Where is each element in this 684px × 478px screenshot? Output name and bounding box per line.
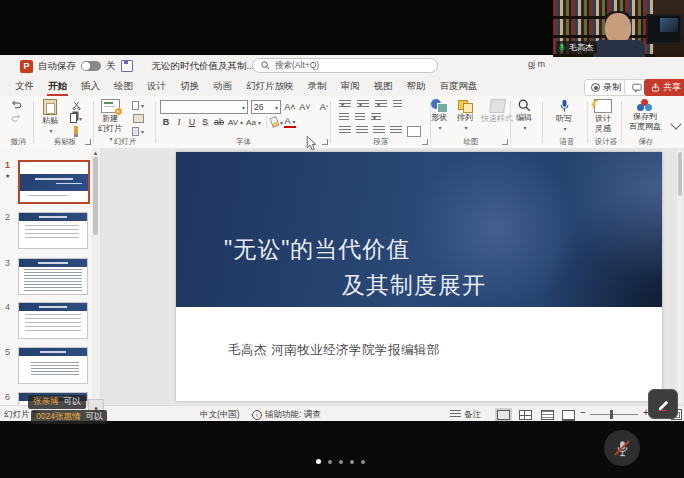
notes-button[interactable]: 备注 [464, 409, 481, 421]
slide-thumbnail-3[interactable] [18, 258, 88, 295]
tab-home[interactable]: 开始 [41, 77, 74, 96]
slide-title-line2[interactable]: 及其制度展开 [342, 270, 486, 301]
tab-help[interactable]: 帮助 [400, 77, 433, 96]
indent-decrease-icon[interactable] [339, 113, 349, 122]
arrange-button[interactable]: 排列 [457, 99, 473, 132]
clear-formatting-button[interactable]: A° [318, 101, 330, 113]
columns-icon[interactable] [407, 126, 421, 137]
italic-button[interactable]: I [173, 116, 185, 128]
text-shadow-button[interactable]: S [199, 116, 211, 128]
design-ideas-button[interactable]: 设计 灵感 [594, 99, 612, 133]
slide-thumbnail-5[interactable] [18, 347, 88, 384]
align-right-icon[interactable] [373, 126, 385, 135]
thumbnail-row-3[interactable]: 3 [0, 256, 100, 296]
tab-review[interactable]: 审阅 [334, 77, 367, 96]
multilevel-list-icon[interactable] [375, 100, 387, 109]
align-center-icon[interactable] [356, 126, 368, 135]
thumbnail-scrollbar[interactable] [92, 148, 99, 405]
character-spacing-button[interactable]: AV [227, 116, 244, 128]
font-size-select[interactable]: 26 [251, 100, 281, 114]
format-painter-button[interactable] [70, 126, 82, 136]
collapse-ribbon-icon[interactable] [670, 118, 681, 129]
slide-scrollbar[interactable] [677, 150, 683, 402]
slide-thumbnail-2[interactable] [18, 212, 88, 249]
share-button[interactable]: 共享 [644, 79, 684, 96]
clipboard-dialog-launcher[interactable] [85, 139, 91, 145]
thumbnail-row-5[interactable]: 5 [0, 345, 100, 385]
grow-font-button[interactable]: A˄ [284, 101, 296, 113]
accessibility-status[interactable]: 辅助功能: 调查 [265, 409, 321, 421]
tab-insert[interactable]: 插入 [74, 77, 107, 96]
redo-button[interactable] [10, 113, 22, 123]
page-dot-1[interactable] [316, 459, 321, 464]
slide-author[interactable]: 毛高杰 河南牧业经济学院学报编辑部 [228, 342, 440, 359]
tab-baidu-netdisk[interactable]: 百度网盘 [433, 77, 485, 96]
zoom-slider-thumb[interactable] [610, 410, 613, 419]
numbering-icon[interactable] [357, 100, 369, 109]
highlight-color-button[interactable] [271, 116, 283, 128]
layout-button[interactable] [132, 100, 144, 110]
zoom-slider-track[interactable] [590, 414, 638, 415]
thumbnail-row-1[interactable]: 1 [0, 158, 100, 204]
font-name-select[interactable] [160, 100, 248, 114]
editing-button[interactable]: 编辑 [516, 99, 532, 132]
webcam-tile[interactable]: 毛高杰 [553, 0, 684, 57]
slide-canvas[interactable]: "无讼"的当代价值 及其制度展开 毛高杰 河南牧业经济学院学报编辑部 [176, 152, 662, 401]
shapes-button[interactable]: 形状 [431, 99, 447, 132]
paragraph-dialog-launcher[interactable] [422, 139, 428, 145]
bullets-icon[interactable] [339, 100, 351, 109]
page-dot-2[interactable] [328, 460, 332, 464]
annotation-pen-button[interactable] [648, 389, 678, 419]
page-dot-4[interactable] [350, 460, 354, 464]
scroll-up-icon[interactable] [92, 149, 99, 156]
thumbnail-row-4[interactable]: 4 [0, 300, 100, 340]
section-button[interactable] [132, 126, 144, 136]
record-button[interactable]: 录制 [584, 79, 628, 96]
tab-animations[interactable]: 动画 [206, 77, 239, 96]
reset-slide-button[interactable] [132, 113, 144, 123]
tab-design[interactable]: 设计 [140, 77, 173, 96]
indent-increase-icon[interactable] [355, 113, 365, 122]
tab-record[interactable]: 录制 [301, 77, 334, 96]
autosave-toggle[interactable] [81, 61, 101, 71]
page-dot-5[interactable] [361, 460, 365, 464]
tab-file[interactable]: 文件 [8, 77, 41, 96]
slide-scrollbar-thumb[interactable] [678, 152, 682, 196]
account-name[interactable]: gj m [528, 59, 545, 69]
slide-thumbnail-1[interactable] [18, 160, 90, 204]
search-box[interactable]: 搜索(Alt+Q) [252, 58, 438, 73]
tab-transitions[interactable]: 切换 [173, 77, 206, 96]
save-to-baidu-button[interactable]: 保存到 百度网盘 [629, 99, 661, 131]
document-title[interactable]: 无讼的时代价值及其制... [152, 60, 260, 73]
reading-view-button[interactable] [541, 410, 554, 420]
dictate-button[interactable]: 听写 [556, 99, 572, 133]
zoom-out-button[interactable]: − [580, 407, 586, 418]
thumbnail-row-2[interactable]: 2 [0, 210, 100, 250]
slide-thumbnail-4[interactable] [18, 302, 88, 339]
quick-styles-button[interactable]: 快速样式 [481, 99, 513, 123]
justify-icon[interactable] [390, 126, 402, 135]
bold-button[interactable]: B [160, 116, 172, 128]
save-icon[interactable] [121, 60, 133, 72]
tab-draw[interactable]: 绘图 [107, 77, 140, 96]
slide-title-line1[interactable]: "无讼"的当代价值 [224, 234, 410, 265]
cut-button[interactable] [70, 100, 82, 110]
strikethrough-button[interactable]: ab [212, 116, 226, 128]
drawing-dialog-launcher[interactable] [502, 139, 508, 145]
tab-view[interactable]: 视图 [367, 77, 400, 96]
slide-sorter-view-button[interactable] [519, 410, 532, 420]
undo-button[interactable] [10, 100, 22, 110]
language-indicator[interactable]: 中文(中国) [200, 409, 240, 421]
tab-slideshow[interactable]: 幻灯片放映 [239, 77, 301, 96]
page-dot-3[interactable] [339, 460, 343, 464]
change-case-button[interactable]: Aa [245, 116, 262, 128]
text-direction-icon[interactable] [393, 100, 402, 109]
align-left-icon[interactable] [339, 126, 351, 135]
normal-view-button[interactable] [497, 410, 510, 420]
paste-button[interactable]: 粘贴 [42, 99, 58, 135]
mute-button[interactable] [604, 430, 640, 466]
powerpoint-app-icon[interactable]: P [20, 60, 33, 73]
shrink-font-button[interactable]: A˅ [299, 101, 311, 113]
font-dialog-launcher[interactable] [322, 139, 328, 145]
copy-button[interactable] [70, 113, 82, 123]
